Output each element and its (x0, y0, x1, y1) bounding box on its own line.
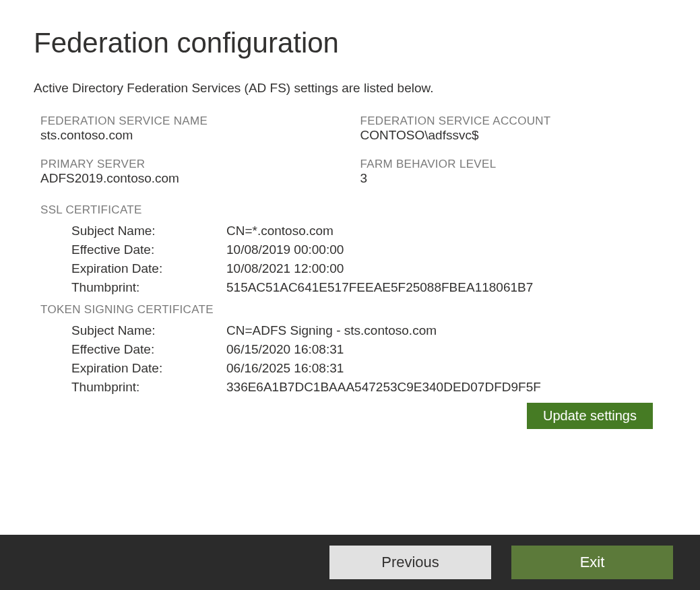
summary-grid: FEDERATION SERVICE NAME sts.contoso.com … (34, 114, 666, 197)
token-expiration-date-label: Expiration Date: (71, 361, 226, 376)
federation-service-account-value: CONTOSO\adfssvc$ (360, 128, 667, 143)
ssl-expiration-date-label: Expiration Date: (71, 261, 226, 276)
primary-server-value: ADFS2019.contoso.com (40, 171, 347, 186)
ssl-thumbprint-label: Thumbprint: (71, 280, 226, 295)
update-settings-button[interactable]: Update settings (527, 403, 653, 429)
ssl-subject-name-label: Subject Name: (71, 224, 226, 238)
ssl-thumbprint-value: 515AC51AC641E517FEEAE5F25088FBEA118061B7 (226, 280, 533, 295)
ssl-certificate-table: Subject Name: CN=*.contoso.com Effective… (34, 224, 666, 295)
wizard-footer: Previous Exit (0, 535, 700, 590)
page-title: Federation configuration (34, 27, 666, 59)
farm-behavior-level-label: FARM BEHAVIOR LEVEL (360, 158, 667, 171)
ssl-certificate-header: SSL CERTIFICATE (34, 203, 666, 217)
update-settings-row: Update settings (34, 403, 666, 429)
primary-server-label: PRIMARY SERVER (40, 158, 347, 171)
token-signing-certificate-header: TOKEN SIGNING CERTIFICATE (34, 303, 666, 317)
token-subject-name-value: CN=ADFS Signing - sts.contoso.com (226, 323, 437, 338)
token-thumbprint-label: Thumbprint: (71, 380, 226, 395)
federation-service-name-label: FEDERATION SERVICE NAME (40, 114, 347, 128)
token-signing-certificate-table: Subject Name: CN=ADFS Signing - sts.cont… (34, 323, 666, 395)
federation-service-name-value: sts.contoso.com (40, 128, 347, 143)
exit-button[interactable]: Exit (511, 546, 673, 579)
token-subject-name-label: Subject Name: (71, 323, 226, 338)
ssl-effective-date-value: 10/08/2019 00:00:00 (226, 242, 344, 257)
token-effective-date-label: Effective Date: (71, 342, 226, 357)
farm-behavior-level-value: 3 (360, 171, 667, 186)
ssl-effective-date-label: Effective Date: (71, 242, 226, 257)
token-effective-date-value: 06/15/2020 16:08:31 (226, 342, 344, 357)
main-content: Federation configuration Active Director… (0, 0, 700, 535)
token-thumbprint-value: 336E6A1B7DC1BAAA547253C9E340DED07DFD9F5F (226, 380, 541, 395)
federation-service-account-label: FEDERATION SERVICE ACCOUNT (360, 114, 667, 128)
ssl-expiration-date-value: 10/08/2021 12:00:00 (226, 261, 344, 276)
token-expiration-date-value: 06/16/2025 16:08:31 (226, 361, 344, 376)
ssl-subject-name-value: CN=*.contoso.com (226, 224, 333, 238)
previous-button[interactable]: Previous (329, 546, 491, 579)
page-subtitle: Active Directory Federation Services (AD… (34, 81, 666, 96)
